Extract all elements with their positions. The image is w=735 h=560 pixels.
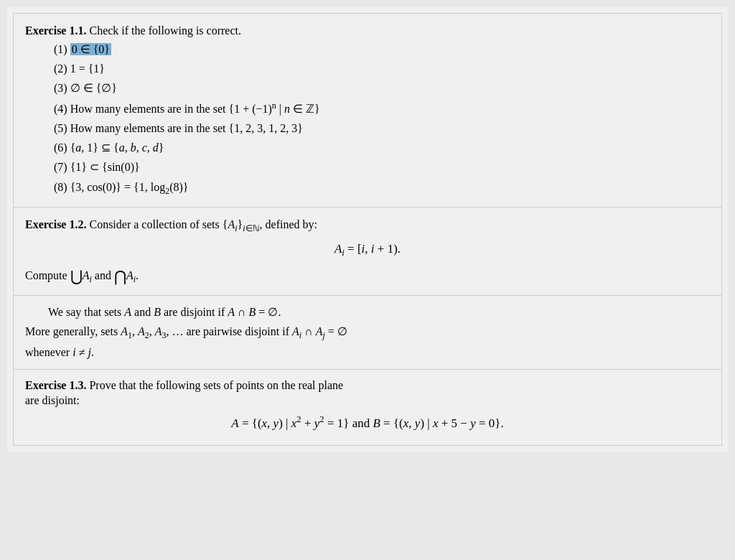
item-3-num: (3)	[54, 82, 70, 94]
exercise-1-3-header: Exercise 1.3. Prove that the following s…	[25, 377, 710, 394]
union-symbol: ⋃	[70, 268, 83, 284]
item-3-content: ∅ ∈ {∅}	[70, 82, 117, 94]
compute-line: Compute ⋃Ai and ⋂Ai.	[25, 266, 710, 286]
exercise-1-3-title: Exercise 1.3.	[25, 379, 86, 391]
list-item-1: (1) 0 ∈ {0}	[54, 39, 710, 59]
item-5-num: (5)	[54, 122, 70, 134]
disjoint-section: We say that sets A and B are disjoint if…	[13, 296, 722, 370]
disjoint-line2: More generally, sets A1, A2, A3, … are p…	[25, 322, 710, 343]
item-6-num: (6)	[54, 141, 70, 154]
exercise-1-3-formula: A = {(x, y) | x2 + y2 = 1} and B = {(x, …	[25, 414, 710, 431]
list-item-4: (4) How many elements are in the set {1 …	[54, 98, 710, 119]
item-4-num: (4)	[54, 103, 70, 115]
item-7-content: {1} ⊂ {sin(0)}	[70, 161, 140, 173]
list-item-8: (8) {3, cos(0)} = {1, log2(8)}	[54, 177, 710, 199]
item-5-content: How many elements are in the set {1, 2, …	[70, 122, 303, 134]
item-2-num: (2)	[54, 62, 70, 75]
item-8-content: {3, cos(0)} = {1, log2(8)}	[70, 181, 189, 193]
item-6-content: {a, 1} ⊆ {a, b, c, d}	[70, 141, 164, 154]
exercise-1-3-intro2: are disjoint:	[25, 394, 710, 407]
exercise-1-2-header: Exercise 1.2. Consider a collection of s…	[25, 216, 710, 235]
disjoint-line3: whenever i ≠ j.	[25, 343, 710, 362]
list-item-6: (6) {a, 1} ⊆ {a, b, c, d}	[54, 138, 710, 157]
exercise-1-2-intro: Consider a collection of sets {Ai}i∈ℕ, d…	[89, 218, 317, 230]
item-7-num: (7)	[54, 161, 70, 173]
item-1-content: 0 ∈ {0}	[70, 43, 111, 55]
exercise-1-1-header: Exercise 1.1. Check if the following is …	[25, 22, 710, 39]
page-container: Exercise 1.1. Check if the following is …	[7, 7, 728, 452]
list-item-7: (7) {1} ⊂ {sin(0)}	[54, 157, 710, 177]
exercise-1-1-block: Exercise 1.1. Check if the following is …	[13, 13, 722, 207]
list-item-2: (2) 1 = {1}	[54, 59, 710, 78]
item-2-content: 1 = {1}	[70, 62, 105, 75]
exercise-1-2-formula: Ai = [i, i + 1).	[25, 242, 710, 258]
exercise-1-1-intro: Check if the following is correct.	[89, 24, 241, 37]
exercise-1-3-block: Exercise 1.3. Prove that the following s…	[13, 370, 722, 446]
item-4-content: How many elements are in the set {1 + (−…	[70, 103, 320, 115]
exercise-1-3-intro: Prove that the following sets of points …	[89, 379, 343, 391]
disjoint-line1: We say that sets A and B are disjoint if…	[25, 303, 710, 322]
item-1-num: (1)	[54, 43, 70, 55]
item-8-num: (8)	[54, 181, 70, 193]
list-item-5: (5) How many elements are in the set {1,…	[54, 118, 710, 138]
exercise-1-1-title: Exercise 1.1.	[25, 24, 86, 37]
list-item-3: (3) ∅ ∈ {∅}	[54, 78, 710, 98]
exercise-1-2-block: Exercise 1.2. Consider a collection of s…	[13, 207, 722, 296]
exercise-1-2-title: Exercise 1.2.	[25, 218, 86, 230]
intersect-symbol: ⋂	[114, 268, 126, 284]
